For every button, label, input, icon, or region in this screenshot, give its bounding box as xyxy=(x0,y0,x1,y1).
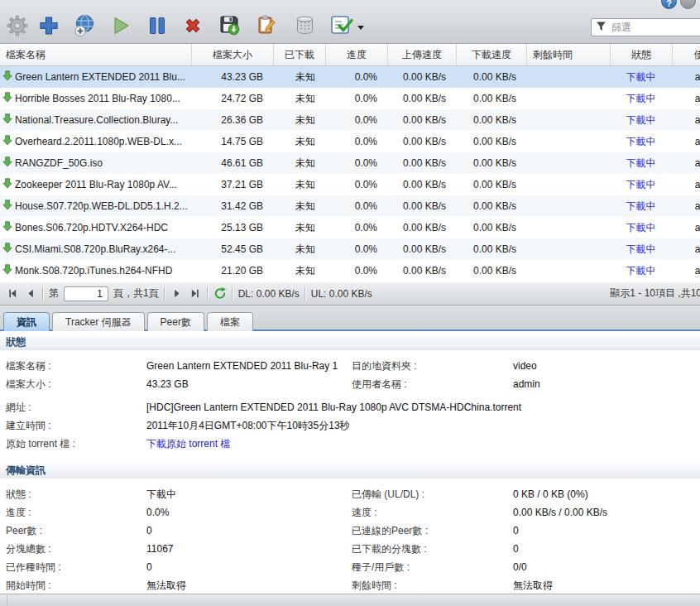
file-size: 37.21 GB xyxy=(191,179,273,190)
seeding-time-label: 已作種時間 : xyxy=(6,558,61,576)
peers-label: Peer數 : xyxy=(6,522,42,540)
tab-files[interactable]: 檔案 xyxy=(207,312,253,331)
window-control-button[interactable] xyxy=(680,0,696,9)
section-title-status: 狀態 xyxy=(0,334,700,350)
save-button[interactable] xyxy=(217,14,242,39)
downloaded-pieces-label: 已下載的分塊數 : xyxy=(352,540,427,558)
speed-value: 0.00 KB/s / 0.00 KB/s xyxy=(513,503,607,522)
file-name: Overheard.2.2011.1080p.WEB-DL.x... xyxy=(15,136,182,147)
total-pieces-value: 11067 xyxy=(146,540,173,558)
column-header-user[interactable]: 使用者 xyxy=(672,44,700,65)
seeds-peers-label: 種子/用戶數 : xyxy=(352,558,410,576)
column-header-downspeed[interactable]: 下載速度 xyxy=(456,44,526,65)
progress: 0.0% xyxy=(325,136,387,147)
column-header-filesize[interactable]: 檔案大小 xyxy=(191,44,273,65)
refresh-button[interactable] xyxy=(213,287,227,301)
filename-value: Green Lantern EXTENDED 2011 Blu-Ray 1 xyxy=(146,357,338,375)
prev-page-button[interactable] xyxy=(24,287,37,301)
page-suffix-label: 頁，共1頁 xyxy=(113,286,159,301)
next-page-button[interactable] xyxy=(170,287,184,301)
dl-speed-label: DL: 0.00 KB/s xyxy=(238,288,300,300)
filename-label: 檔案名稱 : xyxy=(6,357,51,375)
clear-button[interactable] xyxy=(292,14,317,39)
download-speed: 0.00 KB/s xyxy=(456,136,526,147)
status: 下載中 xyxy=(610,70,672,84)
tab-tracker[interactable]: Tracker 伺服器 xyxy=(52,312,145,331)
created-time-value: 2011年10月4日GMT+08:00下午10時35分13秒 xyxy=(146,416,350,435)
download-speed: 0.00 KB/s xyxy=(456,200,526,212)
table-row[interactable]: Monk.S08.720p.iTunes.h264-NFHD 21.20 GB … xyxy=(0,260,700,281)
table-row[interactable]: Green Lantern EXTENDED 2011 Blu... 43.23… xyxy=(0,66,700,88)
globe-plus-icon xyxy=(73,14,96,40)
file-size: 26.36 GB xyxy=(191,114,273,126)
column-header-remaining[interactable]: 剩餘時間 xyxy=(526,44,610,65)
info-row: 檔案大小 : 43.23 GB 使用者名稱 : admin xyxy=(0,375,700,393)
download-arrow-icon xyxy=(2,264,12,277)
download-arrow-icon xyxy=(2,243,12,256)
first-page-button[interactable] xyxy=(6,287,19,301)
download-speed: 0.00 KB/s xyxy=(456,265,526,277)
column-header-progress[interactable]: 進度 xyxy=(325,44,387,65)
edit-button[interactable] xyxy=(254,14,279,39)
total-pieces-label: 分塊總數 : xyxy=(6,540,51,558)
status: 下載中 xyxy=(610,200,672,214)
trash-icon xyxy=(294,14,316,39)
funnel-icon xyxy=(596,21,607,35)
progress: 0.0% xyxy=(325,179,387,190)
pause-button[interactable] xyxy=(145,14,170,39)
filter-input[interactable] xyxy=(610,21,700,34)
upload-speed: 0.00 KB/s xyxy=(387,179,456,190)
info-row: 原始 torrent 檔 : 下載原始 torrent 檔 xyxy=(0,435,700,453)
tab-peers[interactable]: Peer數 xyxy=(147,312,204,331)
resume-button[interactable] xyxy=(108,14,133,39)
file-name: CSI.Miami.S08.720p.BluRay.x264-... xyxy=(15,243,176,255)
progress: 0.0% xyxy=(325,265,387,277)
page-number-input[interactable] xyxy=(64,286,108,301)
info-row: Peer數 : 0 已連線的Peer數 : 0 xyxy=(0,522,700,540)
upload-speed: 0.00 KB/s xyxy=(387,200,456,212)
speed-label: 速度 : xyxy=(352,503,377,522)
url-label: 網址 : xyxy=(6,398,31,416)
column-header-filename[interactable]: 檔案名稱 xyxy=(0,44,191,65)
column-header-upspeed[interactable]: 上傳速度 xyxy=(387,44,456,65)
progress: 0.0% xyxy=(325,114,387,126)
horizontal-scrollbar[interactable] xyxy=(0,594,700,606)
file-size: 46.61 GB xyxy=(191,157,273,169)
toolbar: ? xyxy=(0,0,700,44)
page-prefix-label: 第 xyxy=(49,286,59,301)
settings-button[interactable] xyxy=(5,14,30,39)
table-row[interactable]: National.Treasure.Collection.Bluray... 2… xyxy=(0,109,700,131)
table-row[interactable]: House.S07.720p.WEB-DL.DD5.1.H.2... 31.42… xyxy=(0,195,700,217)
column-header-status[interactable]: 狀態 xyxy=(610,44,672,65)
table-row[interactable]: Bones.S06.720p.HDTV.X264-HDC 25.13 GB 未知… xyxy=(0,217,700,238)
column-header-downloaded[interactable]: 已下載 xyxy=(273,44,325,65)
add-url-button[interactable] xyxy=(72,14,97,39)
download-station-window: ? 檔案名稱 檔案大小 已下載 進度 上傳速度 下載速度 剩餘時間 狀態 使用者… xyxy=(0,0,700,606)
status: 下載中 xyxy=(610,264,672,278)
add-task-button[interactable] xyxy=(36,14,61,39)
last-page-button[interactable] xyxy=(189,287,202,301)
start-time-value: 無法取得 xyxy=(146,576,186,594)
help-button[interactable]: ? xyxy=(661,0,677,9)
delete-button[interactable] xyxy=(180,14,205,39)
file-name: Monk.S08.720p.iTunes.h264-NFHD xyxy=(15,265,172,277)
play-icon xyxy=(110,15,132,39)
table-row[interactable]: Horrible Bosses 2011 Blu-Ray 1080... 24.… xyxy=(0,88,700,109)
table-row[interactable]: RANGZDF_50G.iso 46.61 GB 未知 0.0% 0.00 KB… xyxy=(0,152,700,174)
progress-value: 0.0% xyxy=(146,503,169,522)
owner: admin xyxy=(672,222,700,233)
download-torrent-link[interactable]: 下載原始 torrent 檔 xyxy=(146,435,230,453)
pagination-bar: 第 頁，共1頁 DL: 0.00 KB/s UL: 0.00 KB/s 顯示1 … xyxy=(0,281,700,305)
table-row[interactable]: CSI.Miami.S08.720p.BluRay.x264-... 52.45… xyxy=(0,238,700,260)
owner: admin xyxy=(672,157,700,169)
download-speed: 0.00 KB/s xyxy=(456,243,526,255)
help-glyph: ? xyxy=(666,0,671,8)
filesize-label: 檔案大小 : xyxy=(6,375,51,393)
tab-info[interactable]: 資訊 xyxy=(3,312,50,331)
owner: admin xyxy=(672,136,700,147)
owner: admin xyxy=(672,93,700,104)
table-row[interactable]: Zookeeper 2011 Blu-Ray 1080p AV... 37.21… xyxy=(0,174,700,195)
username-label: 使用者名稱 : xyxy=(352,375,407,393)
select-menu-button[interactable] xyxy=(329,14,364,39)
table-row[interactable]: Overheard.2.2011.1080p.WEB-DL.x... 14.75… xyxy=(0,131,700,152)
